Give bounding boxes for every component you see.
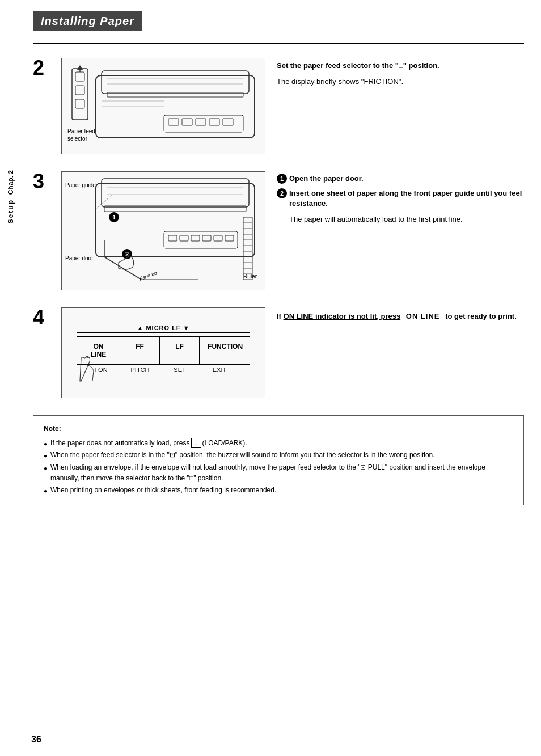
micro-lf-label: ▲ MICRO LF ▼ (137, 324, 189, 331)
bullet-2-icon: 2 (277, 188, 287, 198)
step-3-bullet-1-text: Open the paper door. (289, 174, 524, 184)
svg-rect-13 (209, 119, 219, 125)
pitch-label: PITCH (116, 366, 156, 373)
ff-button[interactable]: FF (120, 337, 160, 364)
step-4-instruction: If ON LINE indicator is not lit, press O… (277, 310, 524, 323)
step-3-bullet-1: 1 Open the paper door. (277, 174, 524, 184)
page-title: Installing Paper (41, 15, 134, 27)
svg-rect-9 (164, 115, 243, 132)
step-3-number: 3 (33, 171, 50, 192)
svg-rect-1 (75, 72, 84, 81)
control-panel: ▲ MICRO LF ▼ ON LINE FF LF FUNCTION FON … (67, 315, 259, 385)
svg-rect-12 (196, 119, 206, 125)
micro-lf-bar: ▲ MICRO LF ▼ (77, 323, 250, 333)
note-bullet-1: If the paper does not automatically load… (44, 438, 513, 449)
svg-rect-10 (168, 119, 179, 125)
step-4-number: 4 (33, 307, 50, 328)
step-3-row: 3 (33, 171, 524, 290)
main-content: Installing Paper 2 (22, 0, 541, 517)
note-title: Note: (44, 424, 513, 434)
page-number: 36 (31, 734, 41, 745)
step-3-bullet-2-text: Insert one sheet of paper along the fron… (289, 188, 524, 209)
step-4-content: If ON LINE indicator is not lit, press O… (277, 307, 524, 328)
step-3-bullet-2: 2 Insert one sheet of paper along the fr… (277, 188, 524, 209)
svg-rect-40 (202, 235, 211, 241)
sidebar: Chap. 2 Setup (0, 0, 22, 756)
svg-rect-2 (75, 86, 84, 95)
set-label: SET (156, 366, 196, 373)
svg-rect-39 (191, 235, 200, 241)
online-indicator-text: ON LINE indicator is not lit, press (284, 312, 401, 320)
svg-rect-3 (75, 99, 84, 108)
step-2-detail: The display briefly shows "FRICTION". (277, 76, 524, 87)
svg-rect-41 (214, 235, 222, 241)
svg-rect-37 (168, 235, 177, 241)
svg-rect-36 (164, 231, 238, 248)
step-3-detail: The paper will automatically load to the… (289, 214, 524, 225)
step-3-content: 1 Open the paper door. 2 Insert one shee… (277, 171, 524, 229)
svg-text:1: 1 (112, 214, 116, 221)
paper-door-label: Paper door (65, 255, 93, 261)
svg-rect-25 (243, 217, 252, 280)
lf-button[interactable]: LF (160, 337, 200, 364)
svg-rect-8 (107, 92, 243, 97)
paper-guide-label: Paper guide (65, 182, 96, 188)
step-4-row: 4 ▲ MICRO LF ▼ ON LINE FF LF FUNCTION FO… (33, 307, 524, 398)
svg-rect-38 (180, 235, 188, 241)
sidebar-chap-label: Chap. 2 (7, 170, 15, 195)
svg-rect-19 (96, 183, 255, 257)
step-2-row: 2 (33, 58, 524, 154)
note-bullet-4: When printing on envelopes or thick shee… (44, 485, 513, 496)
online-button-label: ON LINE (403, 310, 443, 323)
function-button[interactable]: FUNCTION (200, 337, 250, 364)
svg-text:Face up: Face up (138, 270, 158, 282)
step-2-content: Set the paper feed selector to the "□" p… (277, 58, 524, 91)
step-3-illustration: 1 2 Face up (62, 172, 265, 290)
page-title-container: Installing Paper (33, 11, 524, 44)
step-2-image: Paper feed selector (61, 58, 265, 154)
title-underline (33, 43, 524, 44)
svg-rect-14 (223, 119, 233, 125)
svg-rect-7 (102, 71, 249, 94)
paper-feed-selector-label: Paper feed selector (67, 128, 95, 142)
note-bullet-3: When loading an envelope, if the envelop… (44, 462, 513, 484)
step-4-image: ▲ MICRO LF ▼ ON LINE FF LF FUNCTION FON … (61, 307, 265, 398)
step-3-image: 1 2 Face up Paper guide Paper door Ru (61, 171, 265, 290)
bullet-1-icon: 1 (277, 174, 287, 184)
svg-marker-4 (77, 65, 83, 70)
step-2-number: 2 (33, 58, 50, 78)
exit-label: EXIT (196, 366, 235, 373)
svg-text:2: 2 (125, 251, 129, 257)
sidebar-section-label: Setup (7, 199, 15, 223)
page-title-bar: Installing Paper (33, 11, 142, 31)
ruler-label: Ruler (243, 273, 257, 280)
load-park-icon: ↓ (191, 438, 201, 448)
svg-rect-42 (225, 235, 234, 241)
note-bullet-2: When the paper feed selector is in the "… (44, 450, 513, 461)
note-box: Note: If the paper does not automaticall… (33, 415, 524, 505)
step-2-instruction: Set the paper feed selector to the "□" p… (277, 60, 524, 71)
svg-rect-11 (182, 119, 192, 125)
finger-illustration (75, 354, 109, 382)
svg-rect-0 (72, 69, 88, 120)
